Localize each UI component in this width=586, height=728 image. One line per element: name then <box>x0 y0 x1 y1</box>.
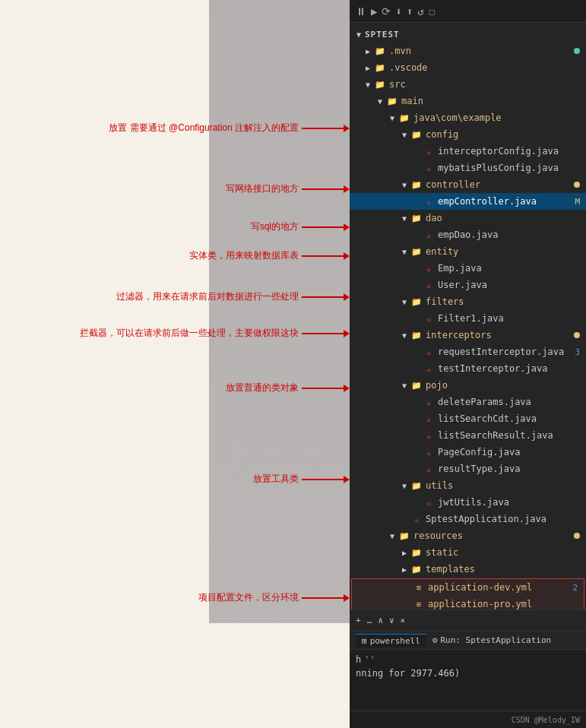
annotation-resources: 项目配置文件，区分环境 <box>198 591 350 604</box>
tree-item-listsearchcdt[interactable]: ☕ listSearchCdt.java <box>350 410 586 427</box>
arrow-line <box>302 333 344 334</box>
terminal-down-icon[interactable]: ∨ <box>389 616 394 625</box>
utils-label: utils <box>426 480 580 491</box>
tree-item-pageconfig[interactable]: ☕ PageConfig.java <box>350 444 586 461</box>
tree-item-interceptorconfig[interactable]: ☕ interceptorConfig.java <box>350 143 586 160</box>
annotation-dao-text: 写sql的地方 <box>251 220 299 233</box>
refresh-icon[interactable]: ⟳ <box>382 5 391 17</box>
yaml-highlight-box: ≡ application-dev.yml 2 ≡ application-pr… <box>351 578 584 609</box>
java-icon: ☕ <box>423 446 435 458</box>
tree-item-filters[interactable]: ▼ 📁 filters <box>350 293 586 310</box>
root-label: SPTEST <box>365 30 580 40</box>
arrow-line <box>302 255 344 257</box>
tree-item-interceptors[interactable]: ▼ 📁 interceptors <box>350 327 586 343</box>
tree-item-user[interactable]: ☕ User.java <box>350 277 586 293</box>
testinterceptor-label: testInterceptor.java <box>438 363 580 374</box>
tree-item-mvn[interactable]: ▶ 📁 .mvn <box>350 43 586 59</box>
tree-item-entity[interactable]: ▼ 📁 entity <box>350 243 586 260</box>
tree-item-resulttype[interactable]: ☕ resultType.java <box>350 461 586 477</box>
annotation-resources-text: 项目配置文件，区分环境 <box>198 591 299 604</box>
tree-item-dao[interactable]: ▼ 📁 dao <box>350 210 586 226</box>
java-icon: ☕ <box>423 346 435 358</box>
terminal-tab-run[interactable]: ⚙ Run: SptestApplication <box>426 634 557 647</box>
tree-item-filter1[interactable]: ☕ Filter1.java <box>350 310 586 327</box>
interceptors-label: interceptors <box>426 330 571 340</box>
annotation-controller-arrow <box>302 185 350 193</box>
folder-icon: 📁 <box>374 45 386 57</box>
terminal-add-icon[interactable]: + <box>356 616 361 625</box>
tree-item-templates[interactable]: ▶ 📁 templates <box>350 561 586 578</box>
arrow-head <box>344 330 350 337</box>
tree-item-vscode[interactable]: ▶ 📁 .vscode <box>350 59 586 76</box>
stop-icon[interactable]: ☐ <box>429 5 435 17</box>
entity-label: entity <box>426 246 580 257</box>
empdao-label: empDao.java <box>438 229 580 240</box>
java-chevron: ▼ <box>386 114 398 122</box>
arrow-head <box>344 385 350 392</box>
vscode-panel: ⏸ ▶ ⟳ ⬇ ⬆ ↺ ☐ ▼ SPTEST ▶ 📁 .mvn <box>350 0 586 728</box>
java-icon: ☕ <box>423 463 435 475</box>
tree-item-jwtutils[interactable]: ☕ jwtUtils.java <box>350 494 586 511</box>
terminal-tabs: + … ∧ ∨ × <box>350 610 586 631</box>
tree-item-testinterceptor[interactable]: ☕ testInterceptor.java <box>350 360 586 377</box>
controller-dot <box>574 182 580 188</box>
step-over-icon[interactable]: ⬇ <box>395 5 401 17</box>
arrow-head <box>344 125 350 132</box>
run-icon: ⚙ <box>432 635 438 645</box>
utils-chevron: ▼ <box>398 482 410 490</box>
resources-label: resources <box>413 530 571 541</box>
arrow-line <box>302 388 344 389</box>
folder-icon: 📁 <box>410 245 423 258</box>
arrow-head <box>344 293 350 301</box>
tree-item-empdao[interactable]: ☕ empDao.java <box>350 226 586 243</box>
tree-item-utils[interactable]: ▼ 📁 utils <box>350 477 586 494</box>
tree-item-appdev[interactable]: ≡ application-dev.yml 2 <box>352 579 584 596</box>
annotation-utils: 放置工具类 <box>253 473 350 486</box>
static-chevron: ▶ <box>398 549 410 557</box>
annotation-dao-arrow <box>302 223 350 231</box>
templates-chevron: ▶ <box>398 565 410 574</box>
java-icon: ☕ <box>423 262 435 274</box>
java-label: java\com\example <box>413 112 580 123</box>
terminal-close-icon[interactable]: × <box>401 616 406 625</box>
terminal-tab-powershell[interactable]: ⊞ powershell <box>356 634 426 647</box>
tree-item-controller[interactable]: ▼ 📁 controller <box>350 176 586 193</box>
tree-item-mybatisconfig[interactable]: ☕ mybatisPlusConfig.java <box>350 160 586 176</box>
vscode-chevron: ▶ <box>362 64 374 72</box>
tree-item-main[interactable]: ▼ 📁 main <box>350 93 586 109</box>
tree-item-listsearchresult[interactable]: ☕ listSearchResult.java <box>350 427 586 444</box>
tree-item-src[interactable]: ▼ 📁 src <box>350 76 586 93</box>
tree-item-pojo[interactable]: ▼ 📁 pojo <box>350 377 586 394</box>
file-tree[interactable]: ▼ SPTEST ▶ 📁 .mvn ▶ 📁 .vscode ▼ <box>350 23 586 609</box>
appdev-label: application-dev.yml <box>428 582 564 593</box>
tree-item-emp[interactable]: ☕ Emp.java <box>350 260 586 277</box>
appdev-badge: 2 <box>567 583 578 593</box>
arrow-head <box>344 252 350 260</box>
tree-item-java[interactable]: ▼ 📁 java\com\example <box>350 109 586 126</box>
pause-icon[interactable]: ⏸ <box>356 5 366 17</box>
tree-item-resources[interactable]: ▼ 📁 resources <box>350 527 586 544</box>
arrow-head <box>344 594 350 602</box>
terminal-more-icon[interactable]: … <box>367 616 372 625</box>
terminal-up-icon[interactable]: ∧ <box>378 616 383 625</box>
play-icon[interactable]: ▶ <box>371 5 377 17</box>
annotation-utils-arrow <box>302 476 350 483</box>
debug-toolbar: ⏸ ▶ ⟳ ⬇ ⬆ ↺ ☐ <box>350 0 586 23</box>
tree-item-sptestapp[interactable]: ☕ SptestApplication.java <box>350 511 586 527</box>
tree-root[interactable]: ▼ SPTEST <box>350 26 586 43</box>
restart-icon[interactable]: ↺ <box>417 5 423 17</box>
tree-item-config[interactable]: ▼ 📁 config <box>350 126 586 143</box>
tree-item-static[interactable]: ▶ 📁 static <box>350 544 586 561</box>
config-label: config <box>426 129 580 140</box>
tree-item-empcontroller[interactable]: ☕ empController.java M <box>350 193 586 210</box>
root-chevron: ▼ <box>353 30 365 39</box>
requestinterceptor-label: requestInterceptor.java <box>438 347 566 357</box>
step-up-icon[interactable]: ⬆ <box>407 5 413 17</box>
arrow-line <box>302 226 344 228</box>
tree-item-requestinterceptor[interactable]: ☕ requestInterceptor.java 3 <box>350 343 586 360</box>
tree-item-deleteparams[interactable]: ☕ deleteParams.java <box>350 394 586 410</box>
code-background <box>209 0 350 623</box>
tree-item-apppro[interactable]: ≡ application-pro.yml <box>352 596 584 609</box>
annotation-entity-arrow <box>302 252 350 260</box>
deleteparams-label: deleteParams.java <box>438 397 580 407</box>
